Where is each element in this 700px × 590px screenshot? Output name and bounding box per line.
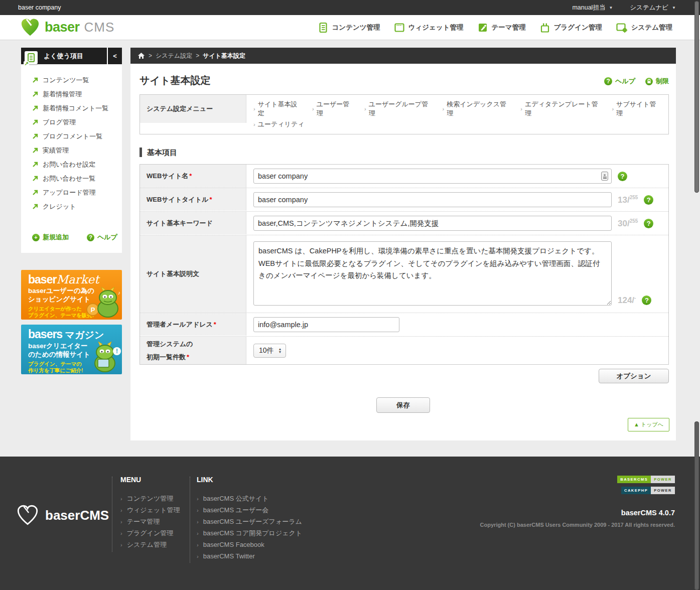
- system-nav-menu[interactable]: システムナビ ▼: [630, 4, 676, 12]
- nav-themes[interactable]: テーマ管理: [477, 22, 526, 33]
- baser-market-banner[interactable]: baserMarket baserユーザーの為の ショッピングサイト クリエイタ…: [21, 270, 122, 320]
- footer-link-item[interactable]: ›baserCMS 公式サイト: [197, 493, 302, 504]
- autofill-icon[interactable]: [601, 172, 608, 181]
- arrow-up-right-icon: [32, 147, 38, 154]
- favorite-item[interactable]: ブログ管理: [21, 115, 122, 129]
- question-icon[interactable]: ?: [618, 172, 627, 181]
- list-count-select[interactable]: 10件 ▲▼: [253, 344, 286, 358]
- select-arrows-icon: ▲▼: [278, 348, 282, 353]
- form-row-description: サイト基本説明文 baserCMS は、CakePHPを利用し、環境準備の素早さ…: [140, 235, 668, 313]
- chevron-down-icon: ▼: [609, 6, 613, 10]
- favorite-item[interactable]: コンテンツ一覧: [21, 73, 122, 87]
- form-row-site-name: WEBサイト名* ?: [140, 165, 668, 188]
- breadcrumb: > システム設定 > サイト基本設定: [130, 48, 676, 64]
- sysmenu-link[interactable]: ›ユーザーグループ管理: [364, 100, 433, 118]
- help-link[interactable]: ? ヘルプ: [604, 77, 635, 86]
- svg-text:P: P: [91, 306, 95, 314]
- system-gear-icon: [616, 22, 628, 33]
- footer-logo: baserCMS: [16, 504, 109, 526]
- sysmenu-link[interactable]: ›サイト基本設定: [253, 100, 303, 118]
- system-settings-menu: システム設定メニュー ›サイト基本設定 ›ユーザー管理 ›ユーザーグループ管理 …: [139, 94, 669, 134]
- question-icon: ?: [604, 77, 612, 85]
- question-icon: ?: [87, 234, 94, 241]
- admin-email-input[interactable]: [253, 317, 399, 332]
- question-icon[interactable]: ?: [642, 296, 651, 305]
- site-name: baser company: [18, 4, 61, 11]
- arrow-up-right-icon: [32, 77, 38, 83]
- add-favorite-button[interactable]: + 新規追加: [32, 233, 69, 242]
- document-icon: [318, 22, 329, 33]
- footer-link-item[interactable]: ›baserCMS コア開発プロジェクト: [197, 527, 302, 539]
- restrict-link[interactable]: 制限: [645, 77, 669, 86]
- footer-link-item[interactable]: ›baserCMS ユーザー会: [197, 504, 302, 516]
- arrow-up-right-icon: [32, 105, 38, 111]
- favorite-item[interactable]: 実績管理: [21, 143, 122, 158]
- form-row-admin-email: 管理者メールアドレス*: [140, 313, 668, 337]
- form-row-keywords: サイト基本キーワード 30/255 ?: [140, 212, 668, 235]
- site-title-input[interactable]: [253, 192, 612, 207]
- back-to-top-button[interactable]: ▲ トップへ: [628, 418, 669, 431]
- footer-menu-item[interactable]: ›ウィジェット管理: [120, 504, 180, 516]
- plus-icon: +: [32, 234, 40, 241]
- option-button[interactable]: オプション: [599, 369, 669, 383]
- basercms-power-badge[interactable]: BASERCMS POWER: [617, 476, 675, 483]
- global-nav: コンテンツ管理 ウィジェット管理 テーマ管理 プラグイン管理: [318, 22, 673, 33]
- basic-settings-form: WEBサイト名* ? WEBサイトタイトル* 13/255 ? サイト基本キーワ…: [139, 164, 669, 365]
- svg-text:!: !: [116, 348, 118, 355]
- dragon-mascot-icon: !: [85, 340, 121, 373]
- account-menu[interactable]: manual担当 ▼: [572, 4, 613, 12]
- site-name-input[interactable]: [253, 169, 612, 184]
- plugin-icon: [539, 22, 550, 33]
- footer-link-item[interactable]: ›baserCMS Facebook: [197, 539, 302, 550]
- favorites-list: コンテンツ一覧 新着情報管理 新着情報コメント一覧 ブログ管理 ブログコメント一…: [21, 64, 122, 214]
- description-textarea[interactable]: baserCMS は、CakePHPを利用し、環境準備の素早さに重点を置いた基本…: [253, 241, 612, 306]
- heart-logo-outline-icon: [16, 504, 39, 526]
- char-counter: 30/255: [618, 218, 638, 229]
- nav-system[interactable]: システム管理: [616, 22, 672, 33]
- footer-menu-item[interactable]: ›システム管理: [120, 539, 180, 550]
- nav-widgets[interactable]: ウィジェット管理: [394, 22, 464, 33]
- favorite-item[interactable]: クレジット: [21, 200, 122, 214]
- copyright: Copyright (C) baserCMS Users Community 2…: [480, 522, 675, 528]
- nav-contents[interactable]: コンテンツ管理: [318, 22, 380, 33]
- baser-cms-logo[interactable]: baserCMS: [20, 18, 114, 37]
- arrow-up-right-icon: [32, 204, 38, 210]
- favorite-item[interactable]: お問い合わせ設定: [21, 158, 122, 172]
- svg-text:♪: ♪: [118, 290, 120, 296]
- favorite-item[interactable]: アップロード管理: [21, 186, 122, 200]
- sidebar-help-button[interactable]: ? ヘルプ: [87, 233, 117, 242]
- favorite-item[interactable]: 新着情報管理: [21, 87, 122, 101]
- favorite-item[interactable]: お問い合わせ一覧: [21, 172, 122, 186]
- section-title: 基本項目: [139, 147, 669, 157]
- footer-link-item[interactable]: ›baserCMS ユーザーズフォーラム: [197, 516, 302, 527]
- scrollbar-thumb[interactable]: [694, 1, 699, 193]
- cakephp-power-badge[interactable]: CAKEPHP POWER: [621, 487, 675, 494]
- question-icon[interactable]: ?: [644, 219, 653, 228]
- keywords-input[interactable]: [253, 216, 612, 231]
- arrow-up-right-icon: [32, 162, 38, 168]
- nav-plugins[interactable]: プラグイン管理: [539, 22, 602, 33]
- footer-link-item[interactable]: ›baserCMS Twitter: [197, 550, 302, 562]
- favorite-item[interactable]: ブログコメント一覧: [21, 129, 122, 143]
- sysmenu-link[interactable]: ›エディタテンプレート管理: [520, 100, 602, 118]
- sysmenu-link[interactable]: ›ユーザー管理: [312, 100, 355, 118]
- breadcrumb-parent[interactable]: システム設定: [156, 52, 192, 60]
- home-icon[interactable]: [137, 52, 145, 59]
- footer-menu-item[interactable]: ›プラグイン管理: [120, 527, 180, 539]
- content-panel: > システム設定 > サイト基本設定 サイト基本設定 ? ヘルプ 制限 システム…: [130, 48, 676, 440]
- footer-menu-item[interactable]: ›コンテンツ管理: [120, 493, 180, 504]
- sysmenu-link[interactable]: ›検索インデックス管理: [443, 100, 511, 118]
- basers-magazine-banner[interactable]: basers マガジン baserクリエイター のための情報サイト プラグイン、…: [21, 325, 122, 374]
- sysmenu-link[interactable]: ›サブサイト管理: [612, 100, 661, 118]
- sidebar-collapse-button[interactable]: <: [107, 48, 122, 64]
- form-row-list-count: 管理システムの 初期一覧件数* 10件 ▲▼: [140, 337, 668, 364]
- sysmenu-link[interactable]: ›ユーティリティ: [253, 120, 305, 129]
- footer-divider: [112, 477, 112, 552]
- favorite-item[interactable]: 新着情報コメント一覧: [21, 101, 122, 115]
- save-button[interactable]: 保存: [376, 397, 430, 413]
- scrollbar-thumb[interactable]: [694, 421, 699, 590]
- lock-icon: [645, 78, 653, 85]
- char-counter: 124/-: [618, 295, 636, 306]
- question-icon[interactable]: ?: [644, 195, 653, 205]
- footer-menu-item[interactable]: ›テーマ管理: [120, 516, 180, 527]
